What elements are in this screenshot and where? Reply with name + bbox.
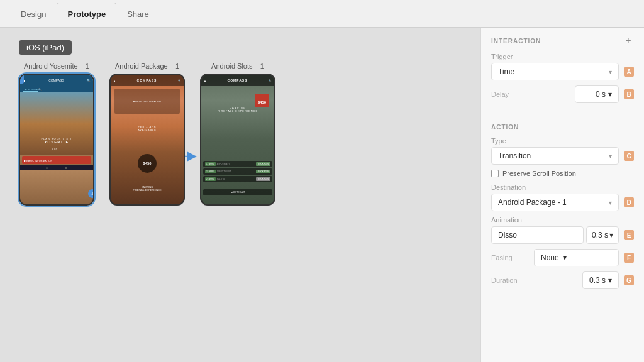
preserve-scroll-label: Preserve Scroll Position bbox=[502, 170, 576, 177]
animation-select[interactable]: Disso bbox=[491, 226, 584, 244]
easing-select[interactable]: None ▾ bbox=[534, 249, 619, 266]
trigger-row: Time ▾ A bbox=[491, 63, 634, 80]
top-tabs: Design Prototype Share bbox=[0, 0, 644, 28]
frame-name-2: Android Package – 1 bbox=[115, 62, 179, 70]
main-area: iOS (iPad) Android Yosemite – 1 ⌂ ▲COMPA… bbox=[0, 28, 644, 362]
action-title: ACTION bbox=[491, 124, 634, 131]
easing-row: Easing None ▾ F bbox=[491, 249, 634, 266]
delay-label: Delay bbox=[491, 90, 529, 98]
badge-f: F bbox=[624, 253, 634, 263]
preserve-scroll-checkbox[interactable] bbox=[491, 170, 499, 177]
destination-field: Destination Android Package - 1 ▾ D bbox=[491, 184, 634, 211]
easing-value: None bbox=[541, 253, 559, 262]
plus-badge: + bbox=[88, 189, 94, 198]
duration-row: Duration 0.3 s ▾ G bbox=[491, 272, 634, 289]
delay-select[interactable]: 0 s ▾ bbox=[575, 85, 619, 103]
tab-design[interactable]: Design bbox=[10, 3, 57, 26]
frame-slots[interactable]: Android Slots – 1 ▲ COMPASS 🔍 $450 bbox=[200, 62, 275, 206]
add-interaction-button[interactable]: + bbox=[623, 35, 634, 47]
animation-value: Disso bbox=[498, 231, 517, 239]
animation-row: Disso 0.3 s ▾ E bbox=[491, 226, 634, 244]
frame-name-1: Android Yosemite – 1 bbox=[24, 62, 89, 70]
frames-row: Android Yosemite – 1 ⌂ ▲COMPASS🔍 CALIFOR… bbox=[19, 62, 462, 206]
badge-e: E bbox=[624, 230, 634, 240]
delay-value: 0 s bbox=[596, 90, 606, 99]
right-panel: INTERACTION + Trigger Time ▾ A Delay bbox=[480, 28, 644, 362]
animation-field: Animation Disso 0.3 s ▾ E bbox=[491, 216, 634, 244]
destination-row: Android Package - 1 ▾ D bbox=[491, 194, 634, 211]
trigger-chevron: ▾ bbox=[609, 69, 612, 75]
type-select[interactable]: Transition ▾ bbox=[491, 147, 619, 165]
badge-a: A bbox=[624, 67, 634, 77]
action-section: ACTION Type Transition ▾ C Preserve Scro… bbox=[481, 116, 644, 302]
delay-chevron: ▾ bbox=[608, 90, 612, 99]
type-chevron: ▾ bbox=[609, 153, 612, 160]
badge-d: D bbox=[624, 197, 634, 207]
easing-field: Easing None ▾ F bbox=[491, 249, 634, 266]
destination-label: Destination bbox=[491, 184, 634, 191]
duration-value: 0.3 s bbox=[589, 276, 606, 285]
animation-duration-select[interactable]: 0.3 s ▾ bbox=[586, 226, 619, 244]
destination-chevron: ▾ bbox=[609, 199, 612, 206]
easing-label: Easing bbox=[491, 254, 529, 261]
trigger-value: Time bbox=[498, 67, 514, 76]
frame-name-3: Android Slots – 1 bbox=[211, 62, 264, 70]
type-value: Transition bbox=[498, 151, 531, 160]
destination-select[interactable]: Android Package - 1 ▾ bbox=[491, 194, 619, 211]
delay-row: Delay 0 s ▾ B bbox=[491, 85, 634, 103]
frame-yosemite[interactable]: Android Yosemite – 1 ⌂ ▲COMPASS🔍 CALIFOR… bbox=[19, 62, 94, 206]
interaction-header: INTERACTION + bbox=[491, 35, 634, 47]
duration-label: Duration bbox=[491, 277, 529, 284]
type-row: Transition ▾ C bbox=[491, 147, 634, 165]
duration-field: Duration 0.3 s ▾ G bbox=[491, 272, 634, 289]
phone-yosemite: ⌂ ▲COMPASS🔍 CALIFORNIA 🔍 PLAN YOUR VISIT… bbox=[19, 74, 94, 206]
easing-chevron: ▾ bbox=[563, 253, 567, 262]
animation-duration-value: 0.3 s bbox=[592, 231, 608, 239]
trigger-select[interactable]: Time ▾ bbox=[491, 63, 619, 80]
device-label: iOS (iPad) bbox=[19, 40, 72, 55]
badge-c: C bbox=[624, 151, 634, 161]
destination-value: Android Package - 1 bbox=[498, 198, 567, 207]
canvas-area: iOS (iPad) Android Yosemite – 1 ⌂ ▲COMPA… bbox=[0, 28, 480, 362]
home-icon: ⌂ bbox=[19, 74, 24, 84]
type-label: Type bbox=[491, 137, 634, 145]
type-field: Type Transition ▾ C bbox=[491, 137, 634, 165]
animation-chevron: ▾ bbox=[609, 231, 613, 239]
interaction-section: INTERACTION + Trigger Time ▾ A Delay bbox=[481, 28, 644, 116]
trigger-label: Trigger bbox=[491, 53, 634, 60]
badge-b: B bbox=[624, 89, 634, 99]
phone-package: ▲ COMPASS 🔍 ● BASIC INFORMATION FEB – AP… bbox=[109, 74, 185, 206]
animation-label: Animation bbox=[491, 216, 634, 224]
frame-package[interactable]: Android Package – 1 ▲ COMPASS 🔍 ● BASIC … bbox=[109, 62, 185, 206]
tab-share[interactable]: Share bbox=[116, 3, 160, 26]
duration-chevron: ▾ bbox=[608, 276, 612, 285]
phone-slots: ▲ COMPASS 🔍 $450 CAMPINGFIREFALL EXPERIE… bbox=[200, 74, 275, 206]
delay-field: Delay 0 s ▾ B bbox=[491, 85, 634, 103]
tab-prototype[interactable]: Prototype bbox=[57, 3, 116, 26]
duration-select[interactable]: 0.3 s ▾ bbox=[582, 272, 619, 289]
interaction-title: INTERACTION bbox=[491, 38, 541, 45]
trigger-field: Trigger Time ▾ A bbox=[491, 53, 634, 80]
badge-g: G bbox=[624, 275, 634, 285]
preserve-scroll-row: Preserve Scroll Position bbox=[491, 170, 634, 177]
